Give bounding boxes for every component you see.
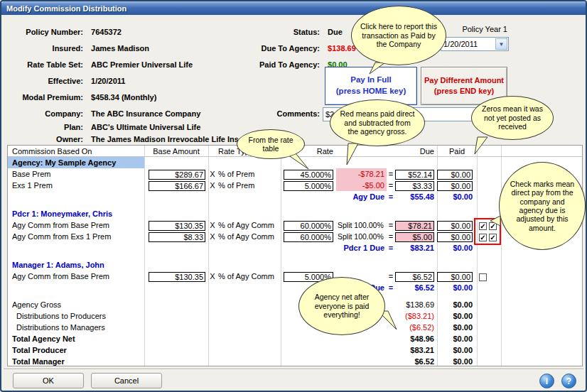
equals-sign: =: [387, 191, 395, 202]
adjustment-cell: Split 100.00%: [336, 219, 387, 231]
paid-cell: $0.00: [437, 219, 477, 231]
summary-row: Total Agency Net$48.96$0.00: [8, 333, 582, 344]
summary-due: $138.69: [395, 299, 437, 310]
pay-different-line1: Pay Different Amount: [424, 75, 504, 86]
direct-pay-checkbox[interactable]: [479, 273, 487, 281]
cancel-button[interactable]: Cancel: [91, 373, 162, 388]
effective-date-value: 1/20/2011: [441, 40, 495, 48]
due-input[interactable]: $52.14: [395, 170, 434, 180]
titlebar[interactable]: Modify Commission Distribution: [1, 1, 586, 15]
checkbox-cell: [477, 168, 501, 180]
row-label: Agy Comm from Base Prem: [8, 271, 144, 282]
modal-premium-field: Modal Premium: $458.34 (Monthly): [1, 93, 156, 103]
section-row: Manager 1: Adams, John: [8, 259, 582, 271]
subtotal-paid: $0.00: [437, 282, 477, 293]
company-field: Company: The ABC Insurance Company: [1, 109, 200, 119]
col-header-base-amount: Base Amount: [144, 146, 208, 157]
summary-row: Distributions to Managers($6.52)$0.00: [8, 322, 582, 333]
rate-cell: 60.000%: [281, 219, 336, 231]
due-to-agency-label: Due To Agency:: [236, 44, 320, 53]
summary-due: $83.21: [395, 344, 437, 356]
due-input[interactable]: $78.21: [395, 221, 434, 231]
paid-input[interactable]: $0.00: [437, 232, 473, 242]
subtotal-paid: $0.00: [437, 242, 477, 254]
effective-value: 1/20/2011: [91, 77, 125, 85]
adjustment-cell: Split 100.00%: [336, 231, 387, 242]
effective-date-dropdown[interactable]: 1/20/2011 ▼: [441, 37, 509, 51]
policy-number-field: Policy Number: 7645372: [1, 28, 122, 38]
equals-sign: =: [387, 180, 395, 191]
col-header-eq: [387, 146, 395, 157]
callout-tail: [473, 136, 489, 156]
paid-input[interactable]: $0.00: [437, 221, 473, 231]
base-amount-input[interactable]: $8.33: [149, 232, 205, 242]
owner-field: Owner: The James Madison Irrevocable Lif…: [1, 135, 239, 145]
summary-label: Total Producer: [8, 344, 395, 356]
paid-cell: $0.00: [437, 271, 477, 282]
paid-to-agency-label: Paid To Agency:: [236, 60, 320, 69]
due-input[interactable]: $5.00: [395, 232, 434, 242]
equals-sign: =: [387, 168, 395, 180]
base-amount-cell: $130.35: [144, 271, 208, 282]
paid-cell: $0.00: [437, 168, 477, 180]
rate-table-set-field: Rate Table Set: ABC Premier Universal Li…: [1, 60, 193, 70]
subtotal-label: Agy Due: [8, 191, 387, 202]
plan-label: Plan:: [1, 123, 83, 131]
paid-input[interactable]: $0.00: [437, 170, 473, 180]
effective-label: Effective:: [1, 77, 83, 85]
base-amount-cell: $8.33: [144, 231, 208, 242]
paid-input[interactable]: $0.00: [437, 272, 473, 282]
direct-pay-checkbox[interactable]: ✓: [489, 234, 497, 241]
window-title: Modify Commission Distribution: [6, 4, 126, 13]
equals-sign: =: [387, 282, 395, 293]
col-header-due: Due: [395, 146, 437, 157]
status-value: Due: [328, 28, 343, 36]
base-amount-input[interactable]: $130.35: [149, 272, 205, 282]
row-label: Exs 1 Prem: [8, 180, 144, 191]
equals-sign: =: [387, 231, 395, 242]
rate-table-set-label: Rate Table Set:: [1, 60, 83, 69]
direct-pay-checkbox[interactable]: ✓: [479, 222, 487, 230]
rate-input[interactable]: 5.000%: [284, 181, 333, 191]
summary-row: Total Producer$83.21$0.00: [8, 344, 582, 356]
subtotal-label: Pdcr 1 Due: [8, 242, 387, 254]
summary-paid: $0.00: [437, 356, 477, 366]
callout-red-means-paid-direct: Red means paid direct and subtracted fro…: [330, 99, 425, 146]
subtotal-due: $83.21: [395, 242, 437, 254]
paid-input[interactable]: $0.00: [437, 181, 473, 191]
rate-input[interactable]: 60.000%: [284, 221, 333, 231]
summary-paid: $0.00: [437, 310, 477, 322]
summary-due: ($83.21): [395, 310, 437, 322]
rate-type-cell: % of Prem: [217, 168, 281, 180]
section-label[interactable]: Agency: My Sample Agency: [8, 157, 144, 168]
help-icon[interactable]: ?: [561, 374, 576, 388]
due-cell: $5.00: [395, 231, 437, 242]
section-label[interactable]: Pdcr 1: Moneymaker, Chris: [8, 208, 144, 219]
rate-input[interactable]: 45.000%: [284, 170, 333, 180]
callout-paid-by-company: Click here to report this transaction as…: [351, 6, 446, 65]
base-amount-input[interactable]: $166.67: [149, 181, 205, 191]
insured-field: Insured: James Madison: [1, 44, 149, 54]
callout-rate-table: From the rate table: [237, 129, 305, 159]
table-row: Agy Comm from Exs 1 Prem$8.33X% of Agy C…: [8, 231, 582, 242]
summary-paid: $0.00: [437, 322, 477, 333]
base-amount-input[interactable]: $289.67: [149, 170, 205, 180]
callout-tail: [345, 142, 360, 166]
subtotal-row: Mgr 1 Due=$6.52$0.00: [8, 282, 582, 293]
footer-separator: [4, 369, 583, 370]
effective-field: Effective: 1/20/2011: [1, 77, 125, 87]
callout-check-marks: Check marks mean direct pay from the com…: [499, 162, 586, 250]
due-cell: $78.21: [395, 219, 437, 231]
due-input[interactable]: $6.52: [395, 272, 434, 282]
row-label: Base Prem: [8, 168, 144, 180]
owner-label: Owner:: [1, 135, 83, 143]
section-label[interactable]: Manager 1: Adams, John: [8, 259, 144, 271]
pay-in-full-line1: Pay In Full: [350, 75, 392, 86]
ok-button[interactable]: OK: [13, 373, 84, 388]
base-amount-input[interactable]: $130.35: [149, 221, 205, 231]
direct-pay-checkbox[interactable]: ✓: [479, 234, 487, 241]
rate-input[interactable]: 60.000%: [284, 232, 333, 242]
chevron-down-icon[interactable]: ▼: [495, 38, 507, 50]
info-icon[interactable]: i: [539, 374, 554, 388]
due-input[interactable]: $3.33: [395, 181, 434, 191]
